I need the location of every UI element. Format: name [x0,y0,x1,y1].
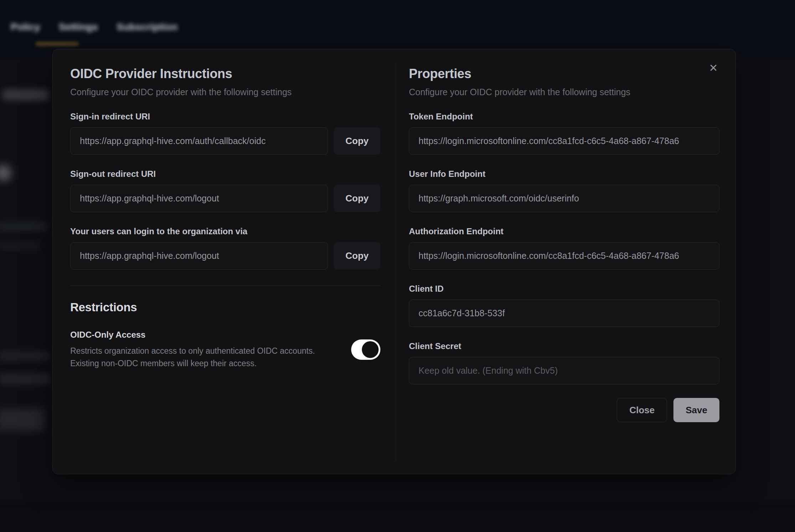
properties-subtitle: Configure your OIDC provider with the fo… [409,87,719,97]
client-id-label: Client ID [409,284,719,294]
instructions-title: OIDC Provider Instructions [70,66,380,81]
tab-policy[interactable]: Policy [11,21,40,33]
blurred-background-dot [0,165,11,181]
background-tab-bar: Policy Settings Subscription [11,21,178,33]
authorization-endpoint-field: Authorization Endpoint [409,226,719,270]
copy-button[interactable]: Copy [334,242,380,270]
blurred-background-text [0,222,48,231]
copy-button[interactable]: Copy [334,185,380,212]
properties-title: Properties [409,66,719,81]
oidc-instructions-column: OIDC Provider Instructions Configure you… [70,49,380,370]
userinfo-endpoint-label: User Info Endpoint [409,169,719,179]
tab-settings[interactable]: Settings [58,21,98,33]
blurred-background-text [0,374,51,384]
tab-subscription[interactable]: Subscription [117,21,178,33]
description-line: Restricts organization access to only au… [70,345,315,357]
authorization-endpoint-input[interactable] [409,242,719,270]
token-endpoint-field: Token Endpoint [409,112,719,155]
login-via-input[interactable] [70,242,328,270]
description-line: Existing non-OIDC members will keep thei… [70,357,315,370]
login-via-field: Your users can login to the organization… [70,226,380,270]
client-secret-input[interactable] [409,357,719,384]
signout-redirect-field: Sign-out redirect URI Copy [70,169,380,212]
toggle-thumb [362,341,379,358]
userinfo-endpoint-field: User Info Endpoint [409,169,719,212]
signout-redirect-input[interactable] [70,185,328,212]
column-divider [396,62,396,461]
blurred-background-button [0,408,45,431]
blurred-background-text [0,242,40,250]
copy-button[interactable]: Copy [334,127,380,155]
settings-tab-underline [36,42,78,46]
signin-redirect-input[interactable] [70,127,328,155]
oidc-only-access-row: OIDC-Only Access Restricts organization … [70,330,380,370]
oidc-only-access-description: Restricts organization access to only au… [70,345,315,370]
save-button[interactable]: Save [673,398,719,422]
modal-footer-buttons: Close Save [409,398,719,422]
oidc-settings-modal: ✕ OIDC Provider Instructions Configure y… [52,49,736,474]
client-id-input[interactable] [409,300,719,327]
token-endpoint-input[interactable] [409,127,719,155]
signin-redirect-label: Sign-in redirect URI [70,112,380,122]
userinfo-endpoint-input[interactable] [409,185,719,212]
signin-redirect-field: Sign-in redirect URI Copy [70,112,380,155]
client-id-field: Client ID [409,284,719,327]
authorization-endpoint-label: Authorization Endpoint [409,226,719,236]
login-via-label: Your users can login to the organization… [70,226,380,236]
client-secret-label: Client Secret [409,341,719,351]
properties-column: Properties Configure your OIDC provider … [409,49,719,422]
signout-redirect-label: Sign-out redirect URI [70,169,380,179]
section-divider [70,285,380,286]
token-endpoint-label: Token Endpoint [409,112,719,122]
oidc-only-access-toggle[interactable] [351,339,380,360]
blurred-background-text [2,89,49,101]
blurred-background-text [0,351,50,360]
oidc-only-access-label: OIDC-Only Access [70,330,315,340]
restrictions-title: Restrictions [70,301,380,314]
instructions-subtitle: Configure your OIDC provider with the fo… [70,87,380,97]
close-button[interactable]: Close [617,398,667,422]
client-secret-field: Client Secret [409,341,719,384]
